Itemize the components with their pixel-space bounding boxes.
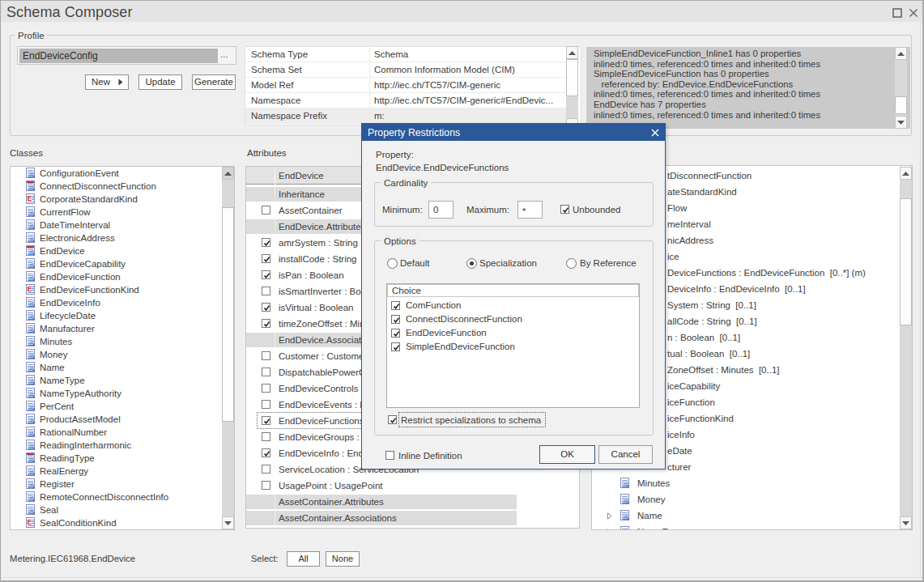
svg-text:E: E	[28, 285, 32, 293]
svg-text:E: E	[28, 194, 32, 202]
svg-text:E: E	[28, 518, 32, 526]
